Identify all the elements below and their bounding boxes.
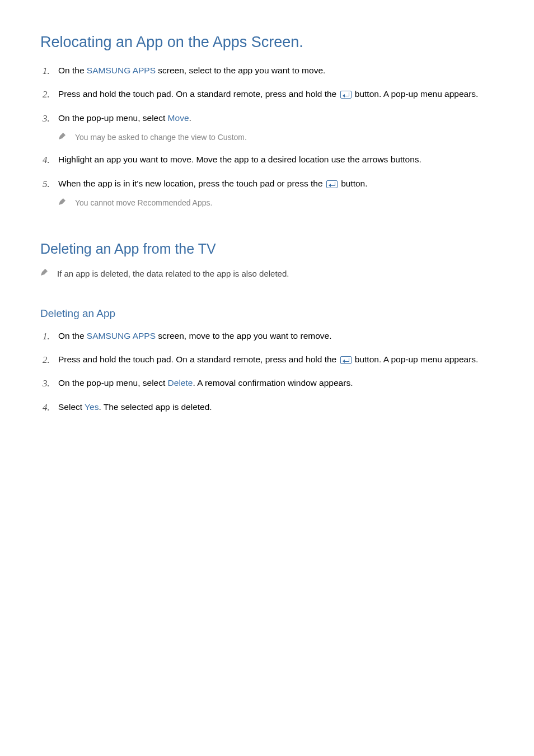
deleting-step-1: On the SAMSUNG APPS screen, move to the … [40,329,494,343]
relocating-step-4: Highlight an app you want to move. Move … [40,152,494,167]
deleting-step-4: Select Yes. The selected app is deleted. [40,400,494,414]
text: screen, move to the app you want to remo… [156,331,331,340]
pencil-icon [58,132,66,140]
text: Select [58,402,85,412]
note-delete-data: If an app is deleted, the data related t… [40,267,494,281]
text: button. [339,179,368,188]
pencil-icon [40,268,48,276]
heading-relocating: Relocating an App on the Apps Screen. [40,34,494,51]
keyword-samsung-apps: SAMSUNG APPS [87,66,156,75]
text: Press and hold the touch pad. On a stand… [58,89,339,99]
pencil-icon [58,198,66,206]
relocating-steps-list: On the SAMSUNG APPS screen, select to th… [40,63,494,209]
text: . The selected app is deleted. [99,402,212,412]
keyword-move: Move [168,113,189,123]
text: Highlight an app you want to move. Move … [58,155,421,164]
text: On the [58,331,87,340]
text: On the [58,66,87,75]
enter-icon [326,180,338,188]
note-custom-view: You may be asked to change the view to C… [58,131,494,143]
deleting-steps-list: On the SAMSUNG APPS screen, move to the … [40,329,494,414]
enter-icon [340,91,352,99]
note-text: You cannot move Recommended Apps. [75,197,212,209]
relocating-step-5: When the app is in it's new location, pr… [40,176,494,209]
heading-deleting-from-tv: Deleting an App from the TV [40,241,494,257]
text: On the pop-up menu, select [58,113,168,123]
note-text: If an app is deleted, the data related t… [57,267,289,281]
text: . A removal confirmation window appears. [193,378,353,388]
heading-deleting-app: Deleting an App [40,307,494,320]
text: screen, select to the app you want to mo… [156,66,325,75]
text: When the app is in it's new location, pr… [58,179,325,188]
text: button. A pop-up menu appears. [353,354,479,364]
deleting-step-2: Press and hold the touch pad. On a stand… [40,352,494,367]
text: . [189,113,191,123]
keyword-delete: Delete [168,378,193,388]
text: On the pop-up menu, select [58,378,168,388]
note-recommended-apps: You cannot move Recommended Apps. [58,197,494,209]
text: Press and hold the touch pad. On a stand… [58,354,339,364]
enter-icon [340,356,352,364]
relocating-step-2: Press and hold the touch pad. On a stand… [40,87,494,101]
keyword-samsung-apps: SAMSUNG APPS [87,331,156,340]
relocating-step-3: On the pop-up menu, select Move. You may… [40,111,494,144]
note-text: You may be asked to change the view to C… [75,131,247,143]
deleting-step-3: On the pop-up menu, select Delete. A rem… [40,376,494,390]
keyword-yes: Yes [85,402,99,412]
text: button. A pop-up menu appears. [353,89,479,99]
relocating-step-1: On the SAMSUNG APPS screen, select to th… [40,63,494,78]
